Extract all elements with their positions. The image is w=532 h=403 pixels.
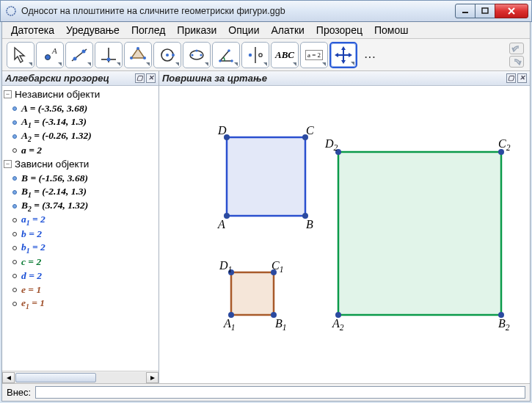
visibility-dot-icon[interactable] <box>12 274 17 278</box>
svg-point-5 <box>45 54 51 59</box>
tree-group[interactable]: −Независни објекти <box>2 87 158 101</box>
tree-item-e[interactable]: e = 1 <box>2 283 158 297</box>
visibility-dot-icon[interactable] <box>12 302 17 306</box>
visibility-dot-icon[interactable] <box>12 190 17 195</box>
collapse-icon[interactable]: − <box>4 160 12 168</box>
visibility-dot-icon[interactable] <box>12 232 17 236</box>
label-D1: D1 <box>219 259 232 274</box>
tree-item-B[interactable]: B = (-1.56, 3.68) <box>2 171 158 185</box>
input-bar: Внес: <box>2 383 530 401</box>
svg-point-23 <box>195 49 197 51</box>
tool-perpendicular[interactable] <box>95 42 123 68</box>
label-C: C <box>306 124 314 137</box>
tool-reflect[interactable] <box>241 42 269 68</box>
svg-point-29 <box>259 53 262 56</box>
tool-text[interactable]: ABC <box>271 42 299 68</box>
tool-line[interactable] <box>65 42 93 68</box>
tree-item-B1[interactable]: B1 = (-2.14, 1.3) <box>2 185 158 199</box>
toolbar-more[interactable]: ... <box>359 50 382 60</box>
label-C2: C2 <box>498 137 510 152</box>
svg-marker-32 <box>341 46 346 50</box>
visibility-dot-icon[interactable] <box>12 134 17 139</box>
algebra-panel-title: Алгебарски прозорец <box>5 73 109 84</box>
tree-item-A1[interactable]: A1 = (-3.14, 1.3) <box>2 115 158 129</box>
tool-point[interactable]: A <box>36 42 64 68</box>
tree-item-label: e = 1 <box>21 284 41 296</box>
svg-point-28 <box>249 53 252 56</box>
panel-toggle-icon[interactable]: ▢ <box>506 73 516 83</box>
svg-point-12 <box>107 57 111 61</box>
window-close-button[interactable] <box>495 4 528 18</box>
menu-view[interactable]: Поглед <box>125 22 171 38</box>
scroll-right-icon[interactable]: ▸ <box>146 372 158 383</box>
tool-circle[interactable] <box>153 42 181 68</box>
tree-item-b1[interactable]: b1 = 2 <box>2 241 158 255</box>
visibility-dot-icon[interactable] <box>12 260 17 264</box>
h-scrollbar[interactable]: ◂ ▸ <box>2 371 158 383</box>
visibility-dot-icon[interactable] <box>12 120 17 125</box>
graphics-panel-header[interactable]: Површина за цртање ▢ ✕ <box>159 71 530 86</box>
svg-point-19 <box>172 54 175 57</box>
svg-rect-37 <box>231 272 274 315</box>
redo-button[interactable] <box>509 56 524 68</box>
svg-point-15 <box>143 57 146 59</box>
menu-window[interactable]: Прозорец <box>310 22 368 38</box>
menu-tools[interactable]: Алатки <box>265 22 310 38</box>
panel-toggle-icon[interactable]: ▢ <box>135 73 145 83</box>
visibility-dot-icon[interactable] <box>12 288 17 292</box>
tree-item-A[interactable]: A = (-3.56, 3.68) <box>2 101 158 115</box>
window-maximize-button[interactable] <box>475 4 495 18</box>
label-D: D <box>218 124 227 137</box>
menu-file[interactable]: Датотека <box>5 22 60 38</box>
tree-item-d[interactable]: d = 2 <box>2 269 158 283</box>
visibility-dot-icon[interactable] <box>12 218 17 222</box>
svg-rect-36 <box>227 137 305 216</box>
visibility-dot-icon[interactable] <box>12 148 17 153</box>
menu-help[interactable]: Помош <box>368 22 415 38</box>
window-titlebar: Односот на плоштините на сличните геомет… <box>0 0 532 22</box>
tool-move-view[interactable] <box>329 42 357 68</box>
tree-item-a[interactable]: a = 2 <box>2 143 158 157</box>
tool-polygon[interactable] <box>124 42 152 68</box>
scroll-left-icon[interactable]: ◂ <box>2 372 15 383</box>
toolbar: A ABC a = 2 ... <box>2 39 530 71</box>
tool-move[interactable] <box>7 42 34 68</box>
tree-group[interactable]: −Зависни објекти <box>2 157 158 171</box>
tree-item-e1[interactable]: e1 = 1 <box>2 297 158 311</box>
tree-item-label: b = 2 <box>21 228 42 240</box>
tree-item-c[interactable]: c = 2 <box>2 255 158 269</box>
algebra-panel-header[interactable]: Алгебарски прозорец ▢ ✕ <box>2 71 158 86</box>
menu-edit[interactable]: Уредување <box>60 22 125 38</box>
algebra-tree[interactable]: −Независни објектиA = (-3.56, 3.68)A1 = … <box>2 86 158 371</box>
svg-point-9 <box>82 49 86 53</box>
panel-close-icon[interactable]: ✕ <box>146 73 156 83</box>
tree-item-label: A1 = (-3.14, 1.3) <box>21 116 87 129</box>
tree-item-label: c = 2 <box>21 256 41 268</box>
collapse-icon[interactable]: − <box>4 90 12 98</box>
visibility-dot-icon[interactable] <box>12 176 17 181</box>
svg-point-21 <box>191 54 193 56</box>
graphics-panel: Површина за цртање ▢ ✕ <box>159 71 530 383</box>
tool-angle[interactable] <box>212 42 240 68</box>
tree-item-a1[interactable]: a1 = 2 <box>2 213 158 227</box>
window-minimize-button[interactable] <box>455 4 475 18</box>
panel-close-icon[interactable]: ✕ <box>517 73 527 83</box>
scroll-thumb[interactable] <box>15 373 96 382</box>
menu-options[interactable]: Опции <box>222 22 265 38</box>
tree-item-A2[interactable]: A2 = (-0.26, 1.32) <box>2 129 158 143</box>
tool-ellipse[interactable] <box>183 42 211 68</box>
visibility-dot-icon[interactable] <box>12 246 17 250</box>
command-input[interactable] <box>35 386 525 399</box>
visibility-dot-icon[interactable] <box>12 106 17 111</box>
algebra-panel: Алгебарски прозорец ▢ ✕ −Независни објек… <box>2 71 159 383</box>
label-B2: B2 <box>498 317 510 332</box>
label-C1: C1 <box>272 259 283 274</box>
tree-item-b[interactable]: b = 2 <box>2 227 158 241</box>
visibility-dot-icon[interactable] <box>12 204 17 208</box>
menu-perspectives[interactable]: Прикази <box>171 22 222 38</box>
drawing-canvas[interactable]: A B C D A1 B1 C1 D1 A2 B2 C2 D2 <box>159 86 530 383</box>
tool-slider[interactable]: a = 2 <box>300 42 328 68</box>
undo-button[interactable] <box>509 43 524 54</box>
tree-item-B2[interactable]: B2 = (3.74, 1.32) <box>2 199 158 213</box>
tree-item-label: a = 2 <box>21 145 42 156</box>
